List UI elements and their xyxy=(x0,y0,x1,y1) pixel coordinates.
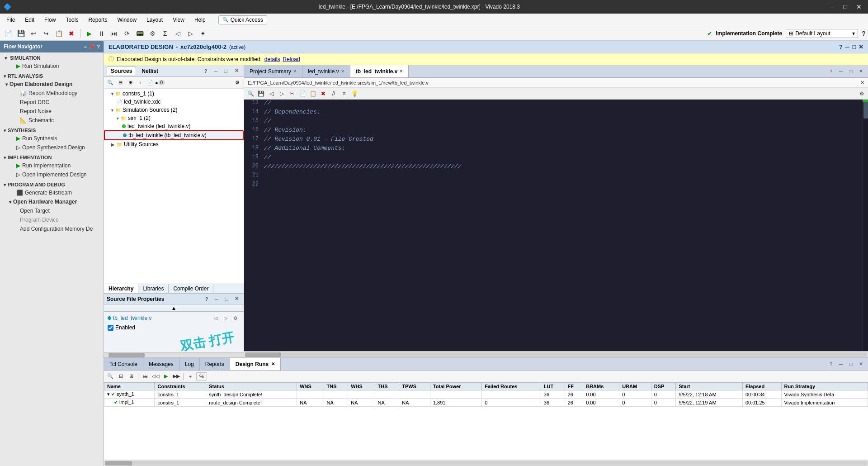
nav-section-synthesis[interactable]: ▾ SYNTHESIS xyxy=(0,125,104,134)
sources-max-icon[interactable]: □ xyxy=(221,67,230,76)
sources-min-icon[interactable]: ─ xyxy=(211,67,220,76)
design-runs-close[interactable]: ✕ xyxy=(271,361,275,366)
menu-edit[interactable]: Edit xyxy=(20,15,39,24)
code-uncomment-icon[interactable]: ≡ xyxy=(340,89,349,98)
sources-close-icon[interactable]: ✕ xyxy=(232,67,241,76)
code-back-icon[interactable]: ◁ xyxy=(267,89,276,98)
tab-tb-led-twinkle-v[interactable]: tb_led_twinkle.v ✕ xyxy=(350,65,409,77)
code-copy2-icon[interactable]: 📄 xyxy=(298,89,307,98)
quick-access-bar[interactable]: 🔍 Quick Access xyxy=(218,15,267,24)
src-file-icon[interactable]: 📄 xyxy=(146,78,155,87)
nav-report-drc[interactable]: Report DRC xyxy=(0,98,104,107)
tab-tb-led-twinkle-close[interactable]: ✕ xyxy=(399,69,403,74)
bt-search-icon[interactable]: 🔍 xyxy=(106,372,115,381)
tab-reports[interactable]: Reports xyxy=(200,358,230,370)
sfp-prev-button[interactable]: ◁ xyxy=(211,314,220,323)
tree-constrs-folder[interactable]: ▾ 📁 constrs_1 (1) xyxy=(104,90,244,98)
code-search-icon[interactable]: 🔍 xyxy=(246,89,255,98)
code-comment-icon[interactable]: // xyxy=(329,89,338,98)
src-dot-icon[interactable]: ● 0 xyxy=(156,78,165,87)
pause-button[interactable]: ⏸ xyxy=(96,28,107,39)
bottom-close-icon[interactable]: ✕ xyxy=(856,360,865,369)
sources-h-scrollbar[interactable] xyxy=(104,352,244,357)
tree-sim1-folder[interactable]: ▾ 📁 sim_1 (2) xyxy=(104,114,244,122)
tab-tcl-console[interactable]: Tcl Console xyxy=(104,358,143,370)
nav-run-impl[interactable]: ▶ Run Implementation xyxy=(0,161,104,170)
run-button[interactable]: ▶ xyxy=(84,28,94,39)
nav-section-rtl[interactable]: ▾ RTL ANALYSIS xyxy=(0,71,104,80)
new-file-button[interactable]: 📄 xyxy=(3,28,14,39)
src-settings-icon[interactable]: ⚙ xyxy=(233,78,242,87)
tree-sim-sources-folder[interactable]: ▾ 📁 Simulation Sources (2) xyxy=(104,106,244,114)
maximize-button[interactable]: □ xyxy=(841,2,850,11)
tree-xdc-file[interactable]: 📄 led_twinkle.xdc xyxy=(104,98,244,106)
details-link[interactable]: details xyxy=(264,56,280,62)
hierarchy-tab[interactable]: Hierarchy xyxy=(104,284,138,293)
code-max-icon[interactable]: □ xyxy=(846,67,855,76)
code-cut-icon[interactable]: ✂ xyxy=(288,89,297,98)
bottom-h-scroll-thumb[interactable] xyxy=(105,461,132,466)
sfp-max-icon[interactable]: □ xyxy=(222,295,231,304)
bottom-min-icon[interactable]: ─ xyxy=(836,360,845,369)
nav-report-methodology[interactable]: 📊 Report Methodology xyxy=(0,89,104,98)
row1-expand[interactable]: ▾ xyxy=(107,391,110,397)
nav-section-simulation[interactable]: ▼ SIMULATION xyxy=(0,52,104,62)
help-icon[interactable]: ? xyxy=(862,30,865,37)
code-v-scrollbar[interactable] xyxy=(863,100,868,351)
tab-project-summary-close[interactable]: ✕ xyxy=(293,69,297,74)
code-v-scroll-thumb[interactable] xyxy=(863,100,868,119)
compile-order-tab[interactable]: Compile Order xyxy=(169,284,213,293)
nav-open-target[interactable]: Open Target xyxy=(0,206,104,215)
star-button[interactable]: ✦ xyxy=(198,28,208,39)
elab-max-icon[interactable]: □ xyxy=(852,43,856,50)
tab-log[interactable]: Log xyxy=(179,358,200,370)
flow-nav-collapse-icon[interactable]: ≡ xyxy=(84,44,87,50)
bottom-max-icon[interactable]: □ xyxy=(846,360,855,369)
sources-help-icon[interactable]: ? xyxy=(201,67,210,76)
sources-h-scroll-thumb[interactable] xyxy=(108,353,145,357)
tree-led-twinkle-v[interactable]: led_twinkle (led_twinkle.v) xyxy=(104,122,244,130)
elab-help-icon[interactable]: ? xyxy=(839,43,843,50)
menu-view[interactable]: View xyxy=(168,15,189,24)
code-delete-icon[interactable]: ✖ xyxy=(319,89,328,98)
code-path-close[interactable]: ✕ xyxy=(860,80,864,86)
restart-button[interactable]: ⟳ xyxy=(122,28,132,39)
close-button[interactable]: ✕ xyxy=(854,2,864,11)
netlist-tab[interactable]: Netlist xyxy=(138,67,162,75)
nav-open-synth-design[interactable]: ▷ Open Synthesized Design xyxy=(0,143,104,152)
src-add-icon[interactable]: + xyxy=(136,78,145,87)
nav-run-simulation[interactable]: ▶ Run Simulation xyxy=(0,62,104,71)
nav-section-prog[interactable]: ▾ PROGRAM AND DEBUG xyxy=(0,179,104,188)
nav-gen-bitstream[interactable]: ⬛ Generate Bitstream xyxy=(0,188,104,197)
bt-add-icon[interactable]: + xyxy=(186,372,195,381)
sfp-min-icon[interactable]: ─ xyxy=(212,295,221,304)
elab-close-icon[interactable]: ✕ xyxy=(859,43,863,50)
tree-utility-sources[interactable]: ▶ 📁 Utility Sources xyxy=(104,140,244,148)
nav-section-impl[interactable]: ▾ IMPLEMENTATION xyxy=(0,152,104,161)
code-save-icon[interactable]: 💾 xyxy=(256,89,265,98)
delete-button[interactable]: ✖ xyxy=(66,28,77,39)
tab-project-summary[interactable]: Project Summary ✕ xyxy=(244,65,302,77)
tab-led-twinkle-close[interactable]: ✕ xyxy=(341,69,344,74)
flow-nav-help-icon[interactable]: ? xyxy=(97,44,100,50)
next-button[interactable]: ▷ xyxy=(185,28,196,39)
menu-window[interactable]: Window xyxy=(113,15,141,24)
nav-open-elab[interactable]: ▾ Open Elaborated Design xyxy=(0,80,104,89)
code-h-scroll-thumb[interactable] xyxy=(245,352,281,357)
bt-prev-icon[interactable]: ◁◁ xyxy=(151,372,160,381)
elab-min-icon[interactable]: ─ xyxy=(845,43,849,50)
nav-report-noise[interactable]: Report Noise xyxy=(0,107,104,116)
code-h-scrollbar[interactable] xyxy=(244,351,868,357)
prog-button[interactable]: 📟 xyxy=(134,28,145,39)
bottom-h-scrollbar[interactable] xyxy=(104,460,868,466)
tree-tb-led-twinkle-v[interactable]: tb_led_twinkle (tb_led_twinkle.v) xyxy=(104,130,244,140)
settings-button[interactable]: ⚙ xyxy=(147,28,158,39)
tab-led-twinkle-v[interactable]: led_twinkle.v ✕ xyxy=(302,65,350,77)
sigma-button[interactable]: Σ xyxy=(160,28,170,39)
menu-help[interactable]: Help xyxy=(190,15,210,24)
bt-run-icon[interactable]: ▶ xyxy=(161,372,170,381)
redo-button[interactable]: ↪ xyxy=(41,28,52,39)
prev-button[interactable]: ◁ xyxy=(172,28,183,39)
copy-button[interactable]: 📋 xyxy=(53,28,64,39)
menu-layout[interactable]: Layout xyxy=(142,15,167,24)
